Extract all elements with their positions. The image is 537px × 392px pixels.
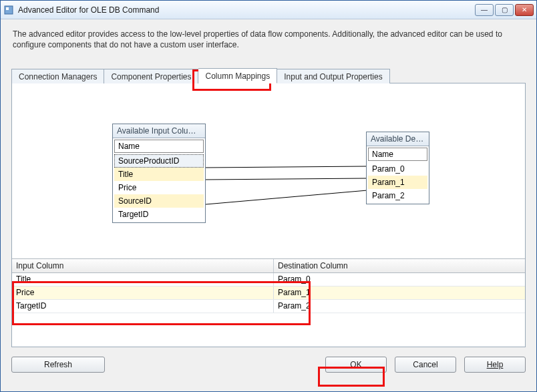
app-icon bbox=[3, 5, 14, 15]
minimize-button[interactable]: — bbox=[475, 4, 494, 16]
grid-header-input[interactable]: Input Column bbox=[12, 259, 274, 272]
svg-line-2 bbox=[206, 166, 367, 168]
mapping-canvas: Available Input Colu… Name SourceProduct… bbox=[12, 83, 525, 252]
dest-panel-list: Name Param_0 Param_1 Param_2 bbox=[367, 146, 429, 204]
grid-row[interactable]: Title Param_0 bbox=[12, 273, 525, 286]
dest-panel-title: Available De… bbox=[367, 132, 429, 146]
window-title: Advanced Editor for OLE DB Command bbox=[18, 5, 475, 15]
maximize-button[interactable]: ▢ bbox=[495, 4, 514, 16]
input-item[interactable]: SourceProductID bbox=[114, 154, 204, 168]
editor-description: The advanced editor provides access to t… bbox=[1, 19, 536, 55]
close-button[interactable]: ✕ bbox=[515, 4, 534, 16]
grid-cell-dest[interactable]: Param_1 bbox=[274, 286, 525, 299]
input-col-header[interactable]: Name bbox=[114, 140, 204, 153]
ok-button[interactable]: OK bbox=[325, 357, 387, 373]
svg-rect-1 bbox=[6, 7, 9, 10]
button-bar: Refresh OK Cancel Help bbox=[1, 347, 536, 382]
cancel-button[interactable]: Cancel bbox=[395, 357, 456, 373]
tab-component-properties[interactable]: Component Properties bbox=[104, 69, 198, 83]
dest-item[interactable]: Param_2 bbox=[368, 189, 427, 202]
tab-connection-managers[interactable]: Connection Managers bbox=[11, 69, 104, 83]
grid-row[interactable]: TargetID Param_2 bbox=[12, 300, 525, 313]
dest-item[interactable]: Param_1 bbox=[368, 176, 427, 189]
grid-cell-input[interactable]: Price bbox=[12, 286, 274, 299]
input-item[interactable]: Title bbox=[114, 168, 204, 181]
input-item[interactable]: TargetID bbox=[114, 208, 204, 221]
input-panel-title: Available Input Colu… bbox=[113, 124, 205, 138]
dest-item[interactable]: Param_0 bbox=[368, 162, 427, 176]
input-item[interactable]: SourceID bbox=[114, 194, 204, 208]
titlebar[interactable]: Advanced Editor for OLE DB Command — ▢ ✕ bbox=[1, 1, 536, 19]
advanced-editor-window: Advanced Editor for OLE DB Command — ▢ ✕… bbox=[0, 0, 537, 392]
tab-column-mappings[interactable]: Column Mappings bbox=[198, 68, 277, 83]
window-buttons: — ▢ ✕ bbox=[475, 4, 534, 16]
grid-cell-input[interactable]: Title bbox=[12, 273, 274, 286]
grid-cell-input[interactable]: TargetID bbox=[12, 300, 274, 313]
tab-content: Available Input Colu… Name SourceProduct… bbox=[11, 83, 526, 347]
available-destination-columns-panel[interactable]: Available De… Name Param_0 Param_1 Param… bbox=[366, 132, 429, 204]
svg-line-3 bbox=[206, 178, 367, 180]
mapping-connectors bbox=[12, 83, 525, 252]
refresh-button[interactable]: Refresh bbox=[11, 357, 105, 373]
input-item[interactable]: Price bbox=[114, 181, 204, 194]
grid-cell-dest[interactable]: Param_2 bbox=[274, 300, 525, 313]
grid-cell-dest[interactable]: Param_0 bbox=[274, 273, 525, 286]
svg-line-4 bbox=[206, 190, 367, 204]
grid-header-dest[interactable]: Destination Column bbox=[274, 259, 525, 272]
input-panel-list: Name SourceProductID Title Price SourceI… bbox=[113, 138, 205, 222]
mapping-grid-header[interactable]: Input Column Destination Column bbox=[12, 258, 525, 273]
help-button[interactable]: Help bbox=[464, 357, 526, 373]
tab-input-output-properties[interactable]: Input and Output Properties bbox=[277, 69, 389, 83]
tabstrip: Connection Managers Component Properties… bbox=[11, 67, 526, 83]
available-input-columns-panel[interactable]: Available Input Colu… Name SourceProduct… bbox=[112, 124, 206, 223]
grid-row[interactable]: Price Param_1 bbox=[12, 286, 525, 300]
dest-col-header[interactable]: Name bbox=[368, 148, 427, 161]
help-label: Help bbox=[487, 360, 504, 369]
